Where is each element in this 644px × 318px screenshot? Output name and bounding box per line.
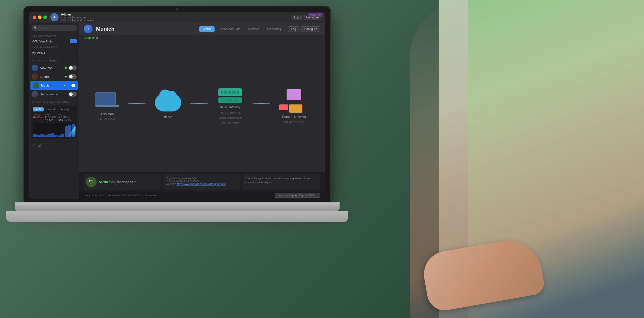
header-actions: Log Configure [288,26,320,32]
tab-traffic[interactable]: Traffic [33,107,44,111]
tab-security[interactable]: Security [58,107,71,111]
chart-bar-2 [37,135,40,137]
tab-scanner[interactable]: Scanner [244,26,262,32]
gateway-type: DELL SonicWALL [220,111,241,114]
london-status-dot [65,76,67,78]
traffic-stats: Current 78 MB/s Total 120.1 MB 5.1 MB Pe… [33,113,76,122]
org-value: equinux AG [182,177,196,180]
tsr-button[interactable]: Technical Support Report (TSR) ... [275,193,320,198]
conn-line-2 [190,103,208,104]
titlebar-actions: NIGHTLY Log Configure [292,15,321,20]
shield-icon: 🛡 [86,177,97,187]
san-francisco-avatar [32,91,38,97]
traffic-lights [33,16,47,19]
cloud-icon [155,94,181,113]
notes-card: This is the equinux test connection. Any… [243,174,320,190]
traffic-widget: Traffic Network Security Current 78 MB/s [31,106,77,139]
connection-title: Munich [96,26,114,32]
nightly-badge: NIGHTLY [308,13,323,17]
search-bar[interactable]: 🔍 Search [32,25,77,31]
close-button[interactable] [33,16,36,19]
search-icon: 🔍 [34,26,37,30]
website-value[interactable]: http://www.vpntracker.com/us/support.htm… [177,183,226,185]
router-port-3 [227,91,228,94]
my-vpns-item[interactable]: My VPNs ··· [29,49,79,56]
laptop-base [95,105,119,107]
sidebar: 🔍 Search VPN Shortcuts VPN Shortcuts Wor… [29,23,79,199]
new-york-avatar [32,65,38,71]
remote-network-range: 192.168.213.0/24 [284,121,304,124]
new-york-status-dot [65,67,67,69]
connection-tabs: Status Connection Safe Scanner Accountin… [199,26,285,32]
router-body [218,88,242,97]
my-vpns-label: My VPNs [32,51,71,55]
peak-down: 9.8 MB/s [59,116,71,119]
background-window [468,0,644,318]
router-port-5 [232,91,234,94]
chart-bar-5 [47,134,51,137]
tab-connection-safe[interactable]: Connection Safe [215,26,244,32]
other-vpn-section-header: Other VPN Connections [29,99,79,104]
stat-peak: Peak 9.8 MB/s 393.1 Kb/s [59,113,71,122]
chart-bar-10 [65,126,68,137]
vpn-app: ✈ Adrian VPN Tracker 365 VIP VPN Tracker… [29,12,325,199]
vpn-shortcuts-section-header: VPN Shortcuts [29,33,79,38]
macbook-camera [176,8,178,11]
branch-offices-more[interactable]: ··· [73,58,77,63]
remote-network-icon [279,89,309,113]
tab-status[interactable]: Status [199,26,215,32]
router-port-2 [224,91,226,94]
macbook-screen: ✈ Adrian VPN Tracker 365 VIP VPN Tracker… [29,12,325,199]
new-york-toggle[interactable] [68,66,77,70]
remote-network-label: Remote Network [282,115,306,118]
security-card: 🛡 Secured in Connection Safe [84,174,161,190]
total-label: Total [45,113,56,116]
conn-line-1 [128,103,145,104]
org-info-card: Organisation: equinux AG Contact: equinu… [163,174,241,190]
sidebar-item-munich[interactable]: Munich [30,81,78,90]
london-toggle[interactable] [68,74,77,79]
london-label: London [40,75,63,78]
sidebar-bottom-bar: ＋ ⊞ [29,141,79,149]
chart-bar-1 [33,134,37,137]
vpn-shortcuts-toggle[interactable] [70,39,77,43]
info-section: 🛡 Secured in Connection Safe [79,172,325,192]
log-button[interactable]: Log [292,15,302,20]
tab-accounting[interactable]: Accounting [263,26,284,32]
sidebar-item-london[interactable]: London [29,72,79,81]
munich-toggle[interactable] [67,83,76,88]
log-header-button[interactable]: Log [288,26,299,32]
vpn-shortcuts-item[interactable]: VPN Shortcuts [29,38,79,44]
router-icon [217,88,243,103]
chart-bar-9 [61,134,64,137]
grid-icon[interactable]: ⊞ [37,143,41,147]
connection-header: ✈ Munich Status Connection Safe Scanner … [79,23,325,35]
san-francisco-toggle[interactable] [68,92,77,97]
footer-bar: Last connected: 27. September 2018 at 15… [79,192,325,199]
router-port-b2 [226,99,227,102]
minimize-button[interactable] [38,16,42,19]
my-vpns-more[interactable]: ··· [73,51,77,55]
maximize-button[interactable] [43,16,47,19]
node-internet: Internet [155,94,181,119]
node-this-mac: This Mac 192.168.213.65 [95,92,119,121]
chart-bar-7 [54,135,58,137]
current-value: 78 MB/s [33,116,42,119]
gateway-hostname: vpntest.equinux.net [219,116,242,119]
london-avatar [32,73,38,80]
sidebar-item-san-francisco[interactable]: San Francisco [29,90,79,99]
status-bar: Connected [79,35,325,41]
router-port-b3 [228,99,230,102]
node-remote-network: Remote Network 192.168.213.0/24 [279,89,309,124]
titlebar: ✈ Adrian VPN Tracker 365 VIP VPN Tracker… [29,12,325,23]
configure-header-button[interactable]: Configure [301,26,320,32]
total-up: 5.1 MB [45,119,56,122]
current-label: Current [33,113,42,116]
tab-network[interactable]: Network [44,107,57,111]
branch-offices-label: Branch Offices [32,59,57,62]
add-icon[interactable]: ＋ [32,142,36,148]
macbook-chassis: MacBook [15,202,340,211]
vpn-shortcuts-label: VPN Shortcuts [32,39,68,43]
sidebar-item-new-york[interactable]: New York [29,63,79,72]
remote-device-red [279,104,288,110]
